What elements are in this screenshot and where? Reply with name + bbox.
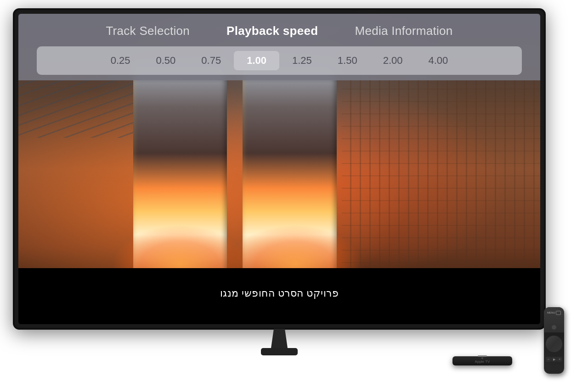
remote-touchpad[interactable] xyxy=(546,336,562,352)
remote-btn-left[interactable] xyxy=(546,365,553,369)
tv-stand xyxy=(252,329,307,357)
speed-1-25[interactable]: 1.25 xyxy=(279,51,325,70)
svg-text:Apple TV: Apple TV xyxy=(475,360,490,364)
tab-playback-speed[interactable]: Playback speed xyxy=(226,24,318,38)
remote-body: MENU − ▶ + xyxy=(544,307,564,374)
scene: פרויקט הסרט החופשי מנגו Track Selection … xyxy=(0,0,588,382)
remote-menu-label: MENU xyxy=(547,311,555,314)
speed-0-75[interactable]: 0.75 xyxy=(188,51,234,70)
remote-btn-right[interactable] xyxy=(555,365,562,369)
overlay-panel: Track Selection Playback speed Media Inf… xyxy=(18,14,540,80)
tab-track-selection[interactable]: Track Selection xyxy=(106,24,190,38)
siri-remote: MENU − ▶ + xyxy=(544,307,564,374)
svg-marker-0 xyxy=(271,329,288,348)
remote-play-pause-btn[interactable]: ▶ xyxy=(551,357,557,362)
svg-point-3 xyxy=(481,357,483,359)
speed-bar: 0.25 0.50 0.75 1.00 1.25 1.50 2.00 4.00 xyxy=(37,46,522,75)
remote-vol-down-btn[interactable]: − xyxy=(546,357,551,362)
remote-controls-row: − ▶ + xyxy=(546,357,562,362)
tab-bar: Track Selection Playback speed Media Inf… xyxy=(18,14,540,46)
svg-rect-1 xyxy=(261,348,298,355)
speed-1-00[interactable]: 1.00 xyxy=(234,51,279,70)
remote-top-section: MENU xyxy=(544,307,564,332)
appletv-box: Apple TV xyxy=(452,356,512,365)
stand-svg xyxy=(252,329,307,357)
tv-wrapper: פרויקט הסרט החופשי מנגו Track Selection … xyxy=(13,8,546,357)
remote-tv-icon xyxy=(556,311,561,315)
speed-0-50[interactable]: 0.50 xyxy=(143,51,189,70)
tab-media-information[interactable]: Media Information xyxy=(355,24,452,38)
speed-1-50[interactable]: 1.50 xyxy=(325,51,370,70)
speed-0-25[interactable]: 0.25 xyxy=(98,51,143,70)
tv-body: פרויקט הסרט החופשי מנגו Track Selection … xyxy=(13,8,546,330)
remote-vol-up-btn[interactable]: + xyxy=(557,357,562,362)
remote-siri-btn xyxy=(552,325,556,330)
appletv-logo-area: Apple TV xyxy=(452,356,512,365)
remote-bottom-row xyxy=(546,365,562,369)
tv-screen: פרויקט הסרט החופשי מנגו Track Selection … xyxy=(18,14,540,324)
subtitle: פרויקט הסרט החופשי מנגו xyxy=(18,287,540,299)
speed-2-00[interactable]: 2.00 xyxy=(370,51,416,70)
speed-4-00[interactable]: 4.00 xyxy=(415,51,461,70)
